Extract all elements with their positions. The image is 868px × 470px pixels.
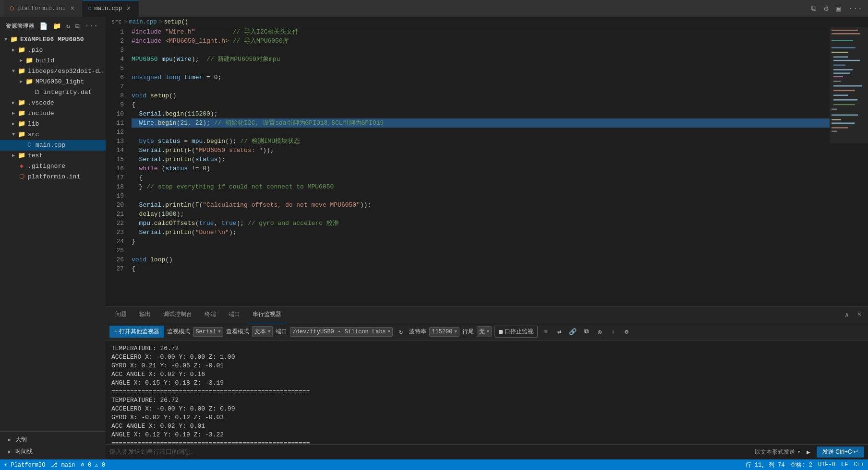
maincpp-label: main.cpp xyxy=(36,140,106,151)
status-bar-right: 行 11, 列 74 空格: 2 UTF-8 LF C++ xyxy=(746,461,864,469)
minimap-svg xyxy=(830,27,868,306)
serial-auto-scroll-icon[interactable]: ↓ xyxy=(608,327,618,337)
sidebar-bottom: ▶ 大纲 ▶ 时间线 xyxy=(0,431,106,459)
language-status[interactable]: C++ xyxy=(854,461,864,468)
port-refresh-icon[interactable]: ↻ xyxy=(396,327,406,337)
view-value: 文本 xyxy=(254,328,266,336)
tab-maincpp-close[interactable]: × xyxy=(125,5,133,12)
stop-icon xyxy=(499,330,503,334)
sidebar-item-include[interactable]: ▶ 📁 include xyxy=(0,108,106,119)
breadcrumb-src[interactable]: src xyxy=(111,19,122,25)
breadcrumb: src > main.cpp > setup() xyxy=(106,17,868,27)
view-select[interactable]: 文本 ▼ xyxy=(252,326,273,337)
sidebar-item-lib[interactable]: ▶ 📁 lib xyxy=(0,119,106,129)
tab-platformio[interactable]: ⬡ platformio.ini × xyxy=(4,0,83,17)
code-line-3 xyxy=(132,46,830,55)
send-right-arrow-icon[interactable]: ▶ xyxy=(803,447,814,458)
more-sidebar-icon[interactable]: ··· xyxy=(84,22,100,31)
line-numbers: 12345 678910 1112131415 1617181920 21222… xyxy=(106,27,128,306)
linefeed-select[interactable]: 无 ▼ xyxy=(477,326,492,337)
cpp-icon: C xyxy=(88,6,92,12)
git-file-icon: ◈ xyxy=(17,161,26,172)
sidebar-tree: ▼ 📁 EXAMPLE06_MPU6050 ▶ 📁 .pio ▶ 📁 build… xyxy=(0,34,106,431)
serial-replace-icon[interactable]: ⇄ xyxy=(554,327,565,337)
sidebar-item-maincpp[interactable]: C main.cpp xyxy=(0,140,106,151)
serial-input[interactable] xyxy=(109,448,755,456)
collapse-icon[interactable]: ⊟ xyxy=(74,22,81,31)
sidebar-item-src[interactable]: ▼ 📁 src xyxy=(0,129,106,140)
pio-status[interactable]: ⚡ PlatformIO xyxy=(4,461,45,469)
sidebar-item-gitignore[interactable]: ◈ .gitignore xyxy=(0,161,106,172)
tab-maincpp[interactable]: C main.cpp × xyxy=(83,0,139,17)
sidebar-header: 资源管理器 📄 📁 ↻ ⊟ ··· xyxy=(0,17,106,34)
send-format-arrow[interactable]: ▼ xyxy=(798,450,800,455)
serial-list-icon[interactable]: ≡ xyxy=(541,327,551,337)
open-other-monitor-button[interactable]: + 打开其他监视器 xyxy=(109,326,164,338)
breadcrumb-setup[interactable]: setup() xyxy=(164,19,188,25)
mpu-label: MPU6050_light xyxy=(36,77,106,87)
breadcrumb-sep2: > xyxy=(158,19,162,25)
sidebar-item-integritydat[interactable]: 🗋 integrity.dat xyxy=(0,87,106,98)
code-line-11: Wire.begin(21, 22); // 初始化I2C, 设置sda引脚为G… xyxy=(132,118,830,128)
panel-tab-output[interactable]: 输出 xyxy=(133,306,157,323)
title-bar-actions: ⧉ ⚙ ▣ ··· xyxy=(809,3,864,14)
panel-minimize-icon[interactable]: ∧ xyxy=(842,310,852,319)
serial-output-line: ANGLE X: 0.12 Y: 0.19 Z: -3.22 xyxy=(111,431,862,439)
gitignore-label: .gitignore xyxy=(28,161,106,172)
cursor-position[interactable]: 行 11, 列 74 xyxy=(746,461,785,469)
panel-tab-terminal[interactable]: 终端 xyxy=(199,306,222,323)
split-editor-icon[interactable]: ⧉ xyxy=(809,3,818,14)
panel-tab-serial[interactable]: 串行监视器 xyxy=(247,306,287,323)
sidebar: 资源管理器 📄 📁 ↻ ⊟ ··· ▼ 📁 EXAMPLE06_MPU6050 … xyxy=(0,17,106,459)
breadcrumb-maincpp[interactable]: main.cpp xyxy=(129,19,157,25)
code-content[interactable]: #include "Wire.h" // 导入I2C相关头文件 #include… xyxy=(128,27,830,306)
tab-maincpp-label: main.cpp xyxy=(94,5,122,12)
include-folder-icon: 📁 xyxy=(17,108,26,119)
serial-copy-icon[interactable]: ⧉ xyxy=(581,327,591,337)
sidebar-item-test[interactable]: ▶ 📁 test xyxy=(0,151,106,161)
panel-tab-debug[interactable]: 调试控制台 xyxy=(157,306,198,323)
new-folder-icon[interactable]: 📁 xyxy=(51,22,63,31)
sidebar-outline[interactable]: ▶ 大纲 xyxy=(0,434,106,446)
layout-icon[interactable]: ▣ xyxy=(834,3,843,14)
error-status[interactable]: ⊘ 0 ⚠ 0 xyxy=(81,461,105,469)
branch-status[interactable]: ⎇ main xyxy=(51,461,75,469)
serial-output-line: GYRO X: 0.21 Y: -0.05 Z: -0.01 xyxy=(111,362,862,370)
mode-label: 监视模式 xyxy=(167,328,190,336)
baud-select[interactable]: 115200 ▼ xyxy=(429,327,459,337)
status-bar-left: ⚡ PlatformIO ⎇ main ⊘ 0 ⚠ 0 xyxy=(4,461,105,469)
sidebar-item-libdeps[interactable]: ▼ 📁 libdeps/esp32doit-devkit-v1 xyxy=(0,66,106,77)
panel-tab-ports[interactable]: 端口 xyxy=(223,306,246,323)
sidebar-item-build[interactable]: ▶ 📁 build xyxy=(0,56,106,66)
panel-tab-debug-label: 调试控制台 xyxy=(163,310,192,318)
gear-icon[interactable]: ⚙ xyxy=(822,3,831,14)
sidebar-item-platformioini[interactable]: ⬡ platformio.ini xyxy=(0,172,106,182)
serial-settings-icon[interactable]: ⚙ xyxy=(621,327,632,337)
line-ending-status[interactable]: LF xyxy=(841,461,848,468)
sidebar-item-root[interactable]: ▼ 📁 EXAMPLE06_MPU6050 xyxy=(0,35,106,45)
code-line-25 xyxy=(132,246,830,255)
code-line-20: Serial.println(F("Calculating offsets, d… xyxy=(132,200,830,210)
sidebar-item-pio[interactable]: ▶ 📁 .pio xyxy=(0,45,106,56)
panel-close-icon[interactable]: × xyxy=(855,310,864,319)
tab-platformio-label: platformio.ini xyxy=(17,5,66,12)
stop-monitor-button[interactable]: 口停止监视 xyxy=(494,326,538,338)
sidebar-item-vscode[interactable]: ▶ 📁 .vscode xyxy=(0,98,106,108)
code-line-9: { xyxy=(132,100,830,109)
port-select[interactable]: /dev/ttyUSB0 - Silicon Labs ▼ xyxy=(290,327,393,337)
new-file-icon[interactable]: 📄 xyxy=(38,22,49,31)
serial-clear-icon[interactable]: ◎ xyxy=(594,327,605,337)
more-actions-icon[interactable]: ··· xyxy=(846,3,864,14)
sidebar-timeline[interactable]: ▶ 时间线 xyxy=(0,446,106,458)
panel-tab-problems[interactable]: 问题 xyxy=(109,306,133,323)
mode-value: Serial xyxy=(195,329,216,335)
send-button[interactable]: 发送 Ctrl+C ↵ xyxy=(817,446,864,458)
serial-link-icon[interactable]: 🔗 xyxy=(567,327,578,337)
serial-output[interactable]: TEMPERATURE: 26.72ACCELERO X: -0.00 Y: 0… xyxy=(106,341,868,444)
refresh-icon[interactable]: ↻ xyxy=(65,22,72,31)
sidebar-item-mpu6050light[interactable]: ▶ 📁 MPU6050_light xyxy=(0,77,106,87)
tab-platformio-close[interactable]: × xyxy=(69,5,76,12)
encoding-status[interactable]: UTF-8 xyxy=(818,461,835,468)
mode-select[interactable]: Serial ▼ xyxy=(193,327,223,337)
indent-status[interactable]: 空格: 2 xyxy=(790,461,812,469)
